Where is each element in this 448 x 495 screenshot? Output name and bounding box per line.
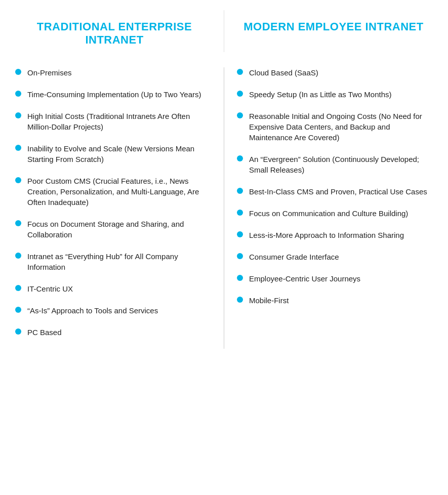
item-text: Less-is-More Approach to Information Sha… <box>249 230 433 240</box>
item-text: Poor Custom CMS (Crucial Features, i.e.,… <box>27 176 211 208</box>
traditional-header: TRADITIONAL ENTERPRISE INTRANET <box>10 10 219 52</box>
item-text: High Initial Costs (Traditional Intranet… <box>27 111 211 132</box>
traditional-list: On-Premises Time-Consuming Implementatio… <box>10 67 216 349</box>
bullet-icon <box>237 275 243 281</box>
modern-header: MODERN EMPLOYEE INTRANET <box>229 10 438 38</box>
bullet-icon <box>237 188 243 194</box>
item-text: Intranet as “Everything Hub” for All Com… <box>27 251 211 272</box>
modern-list-item: Reasonable Initial and Ongoing Costs (No… <box>237 111 433 143</box>
item-text: Focus on Document Storage and Sharing, a… <box>27 219 211 240</box>
traditional-list-item: On-Premises <box>15 67 211 78</box>
modern-column: MODERN EMPLOYEE INTRANET <box>229 10 438 52</box>
comparison-table: TRADITIONAL ENTERPRISE INTRANET MODERN E… <box>10 10 438 349</box>
bullet-icon <box>237 91 243 97</box>
traditional-list-item: Inability to Evolve and Scale (New Versi… <box>15 143 211 164</box>
modern-list-item: An “Evergreen” Solution (Continuously De… <box>237 154 433 175</box>
bullet-icon <box>15 112 21 118</box>
content-row: On-Premises Time-Consuming Implementatio… <box>10 67 438 349</box>
traditional-list-item: High Initial Costs (Traditional Intranet… <box>15 111 211 132</box>
item-text: Best-In-Class CMS and Proven, Practical … <box>249 186 433 197</box>
bullet-icon <box>237 231 243 237</box>
bullet-icon <box>237 210 243 216</box>
modern-list-item: Cloud Based (SaaS) <box>237 67 433 78</box>
column-divider <box>224 10 224 52</box>
item-text: Cloud Based (SaaS) <box>249 67 433 78</box>
item-text: Inability to Evolve and Scale (New Versi… <box>27 143 211 164</box>
traditional-column: TRADITIONAL ENTERPRISE INTRANET <box>10 10 219 52</box>
modern-list-item: Consumer Grade Interface <box>237 252 433 262</box>
bullet-icon <box>15 307 21 313</box>
traditional-list-item: “As-Is” Approach to Tools and Services <box>15 305 211 316</box>
traditional-list-item: Poor Custom CMS (Crucial Features, i.e.,… <box>15 176 211 208</box>
item-text: Focus on Communication and Culture Build… <box>249 208 433 219</box>
modern-list-item: Mobile-First <box>237 295 433 306</box>
traditional-list-item: IT-Centric UX <box>15 283 211 294</box>
traditional-list-item: Focus on Document Storage and Sharing, a… <box>15 219 211 240</box>
bullet-icon <box>237 112 243 118</box>
traditional-list-item: PC Based <box>15 327 211 338</box>
bullet-icon <box>237 297 243 303</box>
header-row: TRADITIONAL ENTERPRISE INTRANET MODERN E… <box>10 10 438 52</box>
bullet-icon <box>15 220 21 226</box>
bullet-icon <box>15 253 21 259</box>
bullet-icon <box>15 91 21 97</box>
modern-list-item: Speedy Setup (In as Little as Two Months… <box>237 89 433 100</box>
bullet-icon <box>237 69 243 75</box>
bullet-icon <box>237 155 243 161</box>
item-text: Employee-Centric User Journeys <box>249 273 433 284</box>
bullet-icon <box>15 328 21 335</box>
item-text: On-Premises <box>27 67 211 78</box>
item-text: An “Evergreen” Solution (Continuously De… <box>249 154 433 175</box>
content-divider <box>224 67 224 349</box>
modern-list-item: Less-is-More Approach to Information Sha… <box>237 230 433 240</box>
item-text: Speedy Setup (In as Little as Two Months… <box>249 89 433 100</box>
item-text: PC Based <box>27 327 211 338</box>
bullet-icon <box>15 69 21 75</box>
bullet-icon <box>15 145 21 151</box>
modern-list: Cloud Based (SaaS) Speedy Setup (In as L… <box>232 67 438 349</box>
item-text: Mobile-First <box>249 295 433 306</box>
bullet-icon <box>15 285 21 291</box>
item-text: Consumer Grade Interface <box>249 252 433 262</box>
traditional-list-item: Intranet as “Everything Hub” for All Com… <box>15 251 211 272</box>
modern-list-item: Best-In-Class CMS and Proven, Practical … <box>237 186 433 197</box>
item-text: Time-Consuming Implementation (Up to Two… <box>27 89 211 100</box>
item-text: Reasonable Initial and Ongoing Costs (No… <box>249 111 433 143</box>
item-text: IT-Centric UX <box>27 283 211 294</box>
traditional-list-item: Time-Consuming Implementation (Up to Two… <box>15 89 211 100</box>
modern-list-item: Employee-Centric User Journeys <box>237 273 433 284</box>
bullet-icon <box>237 253 243 259</box>
bullet-icon <box>15 177 21 183</box>
modern-list-item: Focus on Communication and Culture Build… <box>237 208 433 219</box>
item-text: “As-Is” Approach to Tools and Services <box>27 305 211 316</box>
